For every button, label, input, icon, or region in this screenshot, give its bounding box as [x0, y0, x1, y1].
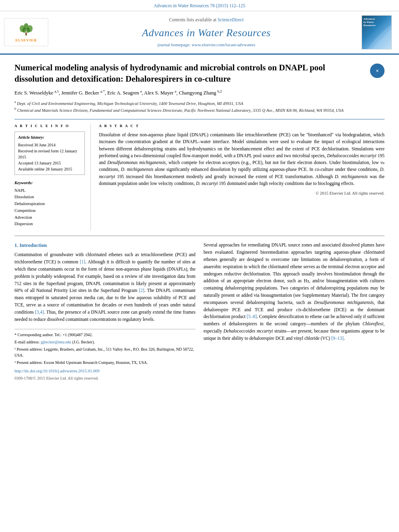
journal-header-right: Advancesin WaterResources [360, 15, 393, 49]
intro-para-2: Several approaches for remediating DNAPL… [204, 242, 385, 342]
history-accepted: Accepted 13 January 2015 [18, 160, 81, 166]
journal-title: Advances in Water Resources [142, 25, 271, 41]
keywords-title: Keywords: [14, 180, 85, 186]
abstract-header: A B S T R A C T [99, 123, 385, 129]
keyword-3: Dehalorespiration [14, 201, 85, 207]
journal-homepage: journal homepage: www.elsevier.com/locat… [157, 42, 255, 48]
article-title: Numerical modeling analysis of hydrodyna… [14, 62, 385, 85]
keyword-5: Advection [14, 214, 85, 221]
keyword-4: Competition [14, 207, 85, 214]
elsevier-text: ELSEVIER [15, 38, 37, 43]
article-info-header: A R T I C L E I N F O [14, 123, 85, 129]
keywords-section: Keywords: NAPL Dissolution Dehalorespira… [14, 180, 85, 228]
footnote-2: ² Present address: Exxon Mobil Upstream … [14, 359, 195, 366]
copyright-line: © 2015 Elsevier Ltd. All rights reserved… [99, 190, 385, 197]
intro-para-1: Contamination of groundwater with chlori… [14, 251, 195, 323]
ref-9-13[interactable]: [9–13] [331, 336, 344, 341]
history-received: Received 30 June 2014 [18, 142, 81, 148]
authors-line: Eric S. Wesseldyke a,1, Jennifer G. Beck… [14, 88, 385, 97]
footnote-email-link[interactable]: jgbecker@mtu.edu [41, 340, 71, 344]
ref-1[interactable]: [1] [80, 259, 85, 264]
article-content: × Numerical modeling analysis of hydrody… [0, 55, 399, 389]
footnote-email: E-mail address: jgbecker@mtu.edu (J.G. B… [14, 339, 195, 345]
ref-2[interactable]: [2] [139, 288, 144, 293]
footnotes: * Corresponding author. Tel.: +1 (906)48… [14, 329, 195, 382]
affiliations: a Dept. of Civil and Environmental Engin… [14, 100, 385, 114]
history-revised: Received in revised form 12 January 2015 [18, 148, 81, 160]
main-body: 1. Introduction Contamination of groundw… [14, 236, 385, 381]
keyword-1: NAPL [14, 187, 85, 194]
right-column: A B S T R A C T Dissolution of dense non… [99, 123, 385, 231]
svg-text:×: × [376, 68, 379, 74]
keywords-list: NAPL Dissolution Dehalorespiration Compe… [14, 187, 85, 228]
journal-header: ELSEVIER Contents lists available at Sci… [0, 11, 399, 55]
journal-header-center: Contents lists available at ScienceDirec… [56, 15, 356, 49]
crossmark-badge: × [370, 64, 385, 78]
svg-point-3 [23, 27, 27, 33]
abstract-text: Dissolution of dense non-aqueous phase l… [99, 131, 385, 187]
affiliation-a: a Dept. of Civil and Environmental Engin… [14, 100, 385, 107]
history-title: Article history: [18, 134, 81, 140]
ref-5-8[interactable]: [5–8] [247, 314, 257, 319]
svg-point-4 [26, 27, 30, 33]
elsevier-tree-icon [14, 22, 38, 37]
journal-header-left: ELSEVIER [4, 15, 52, 49]
journal-reference: Advances in Water Resources 78 (2015) 11… [154, 3, 245, 8]
svg-rect-5 [25, 32, 27, 35]
article-history: Article history: Received 30 June 2014 R… [14, 131, 85, 175]
copyright-footer: 0309-1708/© 2015 Elsevier Ltd. All right… [14, 375, 195, 381]
contents-line: Contents lists available at ScienceDirec… [169, 16, 244, 24]
crossmark-icon: × [373, 66, 382, 75]
keyword-2: Dissolution [14, 194, 85, 201]
body-left-column: 1. Introduction Contamination of groundw… [14, 242, 195, 381]
section1-title: 1. Introduction [14, 242, 195, 249]
doi-line[interactable]: http://dx.doi.org/10.1016/j.advwatres.20… [14, 368, 195, 374]
top-bar: Advances in Water Resources 78 (2015) 11… [0, 0, 399, 11]
affiliation-b: b Chemical and Materials Science Divisio… [14, 107, 385, 113]
footnote-1: ¹ Present address: Leggette, Brashers, a… [14, 346, 195, 358]
journal-cover-curve-icon [367, 25, 391, 49]
left-column: A R T I C L E I N F O Article history: R… [14, 123, 91, 231]
abstract-body: Dissolution of dense non-aqueous phase l… [99, 131, 385, 197]
article-info-abstract: A R T I C L E I N F O Article history: R… [14, 119, 385, 231]
title-area: × Numerical modeling analysis of hydrody… [14, 62, 385, 85]
elsevier-logo: ELSEVIER [4, 18, 48, 46]
history-available: Available online 28 January 2015 [18, 166, 81, 172]
keyword-6: Dispersion [14, 221, 85, 228]
page: Advances in Water Resources 78 (2015) 11… [0, 0, 399, 532]
ref-3-4[interactable]: [3,4] [35, 310, 44, 314]
journal-cover-image: Advancesin WaterResources [362, 15, 392, 49]
science-direct-link[interactable]: ScienceDirect [218, 17, 244, 22]
body-right-column: Several approaches for remediating DNAPL… [204, 242, 385, 381]
footnote-corresponding: * Corresponding author. Tel.: +1 (906)48… [14, 332, 195, 338]
these-word: these [330, 329, 340, 333]
